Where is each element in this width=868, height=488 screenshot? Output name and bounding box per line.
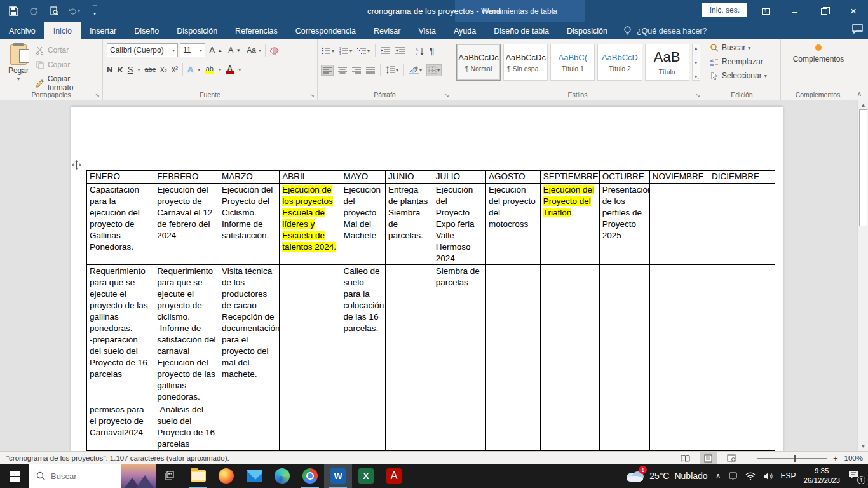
tab-referencias[interactable]: Referencias: [226, 22, 287, 39]
table-cell[interactable]: [280, 265, 341, 403]
table-cell[interactable]: Ejecución del Proyecto del Ciclismo. Inf…: [219, 184, 279, 265]
dialog-launcher-icon[interactable]: ↘: [309, 92, 315, 98]
month-header-julio[interactable]: JULIO: [433, 171, 485, 184]
borders-button[interactable]: ▾: [427, 65, 441, 76]
month-header-febrero[interactable]: FEBRERO: [154, 171, 219, 184]
table-cell[interactable]: [540, 265, 599, 403]
table-cell[interactable]: Requerimiento para que se ejecute el pro…: [154, 265, 219, 403]
strikethrough-button[interactable]: abc: [144, 65, 156, 73]
taskbar-pdf-icon[interactable]: A: [380, 464, 408, 488]
table-cell[interactable]: [486, 265, 541, 403]
document-page[interactable]: ENEROFEBREROMARZOABRILMAYOJUNIOJULIOAGOS…: [71, 107, 783, 451]
align-right-button[interactable]: [352, 67, 361, 74]
month-header-octubre[interactable]: OCTUBRE: [599, 171, 649, 184]
clock[interactable]: 9:35 26/12/2023: [803, 466, 840, 485]
table-cell[interactable]: Ejecución de los proyectos Escuela de lí…: [280, 184, 341, 265]
table-cell[interactable]: Capacitación para la ejecución del proye…: [87, 184, 154, 265]
zoom-slider[interactable]: [757, 458, 827, 459]
ribbon-display-options-button[interactable]: [751, 0, 780, 22]
style-titulo-1[interactable]: AaBbC( Título 1: [550, 44, 595, 81]
table-cell[interactable]: Visita técnica de los productores de cac…: [219, 265, 279, 403]
table-cell[interactable]: Siembra de parcelas: [433, 265, 485, 403]
month-header-mayo[interactable]: MAYO: [341, 171, 385, 184]
taskbar-chrome-icon[interactable]: [296, 464, 324, 488]
read-mode-icon[interactable]: [677, 452, 694, 464]
customize-qat-icon[interactable]: ▔▾: [89, 6, 100, 17]
change-case-button[interactable]: Aa▾: [245, 45, 263, 55]
language-indicator[interactable]: ESP: [780, 471, 796, 480]
sort-button[interactable]: AZ: [416, 47, 424, 55]
grow-font-button[interactable]: A▲: [207, 44, 224, 56]
font-family-combo[interactable]: Calibri (Cuerpo)▾: [107, 43, 178, 57]
zoom-slider-thumb[interactable]: [794, 455, 796, 462]
taskbar-edge-icon[interactable]: [268, 464, 296, 488]
tab-diseno[interactable]: Diseño: [125, 22, 168, 39]
text-effects-menu-icon[interactable]: ▾: [198, 67, 200, 72]
tab-inicio[interactable]: Inicio: [44, 22, 81, 39]
font-size-combo[interactable]: 11▾: [180, 43, 205, 57]
font-color-menu-icon[interactable]: ▾: [238, 67, 241, 72]
month-header-abril[interactable]: ABRIL: [280, 171, 341, 184]
dialog-launcher-icon[interactable]: ↘: [444, 92, 449, 98]
table-cell[interactable]: Ejecución del proyecto Mal del Machete: [341, 184, 385, 265]
month-header-junio[interactable]: JUNIO: [385, 171, 433, 184]
bold-button[interactable]: N: [107, 65, 112, 74]
feedback-icon[interactable]: [852, 24, 863, 36]
zoom-level[interactable]: 100%: [844, 454, 863, 462]
taskbar-search[interactable]: [29, 464, 156, 488]
tab-insertar[interactable]: Insertar: [81, 22, 125, 39]
minimize-button[interactable]: –: [780, 0, 810, 22]
dialog-launcher-icon[interactable]: ↘: [95, 92, 100, 98]
tab-correspondencia[interactable]: Correspondencia: [287, 22, 365, 39]
month-header-noviembre[interactable]: NOVIEMBRE: [649, 171, 709, 184]
increase-indent-button[interactable]: [395, 47, 405, 55]
month-header-agosto[interactable]: AGOSTO: [486, 171, 541, 184]
table-cell[interactable]: [599, 265, 649, 403]
taskbar-firefox-icon[interactable]: [212, 464, 240, 488]
style-titulo[interactable]: AaB Título: [645, 44, 689, 81]
tab-archivo[interactable]: Archivo: [0, 22, 44, 39]
text-effects-button[interactable]: A: [187, 65, 193, 74]
align-center-button[interactable]: [338, 67, 347, 74]
search-highlight-image[interactable]: [121, 464, 156, 488]
bullets-button[interactable]: ▾: [322, 47, 334, 55]
paste-button[interactable]: Pegar ▾: [4, 43, 33, 88]
shrink-font-button[interactable]: A▼: [226, 45, 243, 55]
scroll-down-icon[interactable]: ▼: [694, 60, 698, 65]
styles-gallery-scroll[interactable]: ▲ ▼ ▼̱: [692, 44, 700, 81]
table-cell[interactable]: [649, 403, 709, 451]
table-cell[interactable]: Entrega de plantas Siembra de parcelas.: [385, 184, 433, 265]
print-preview-icon[interactable]: [48, 6, 60, 17]
print-layout-icon[interactable]: [700, 452, 717, 464]
table-cell[interactable]: [649, 265, 709, 403]
tab-diseno-de-tabla[interactable]: Diseño de tabla: [485, 22, 558, 39]
month-header-septiembre[interactable]: SEPTIEMBRE: [540, 171, 599, 184]
tray-chevron-icon[interactable]: ∧: [715, 471, 721, 480]
zoom-in-button[interactable]: +: [833, 454, 838, 463]
month-header-diciembre[interactable]: DICIEMBRE: [709, 171, 775, 184]
highlight-button[interactable]: ab: [205, 65, 214, 74]
select-button[interactable]: Seleccionar▾: [707, 70, 778, 81]
task-view-button[interactable]: [156, 464, 184, 488]
taskbar-excel-icon[interactable]: X: [352, 464, 380, 488]
scrollbar-thumb[interactable]: [859, 109, 867, 226]
underline-button[interactable]: S: [128, 65, 133, 74]
multilevel-list-button[interactable]: ▾: [357, 47, 370, 55]
table-cell[interactable]: [599, 403, 649, 451]
close-button[interactable]: ×: [839, 0, 868, 22]
show-marks-button[interactable]: ¶: [430, 46, 435, 56]
font-color-button[interactable]: A: [226, 65, 234, 74]
table-cell[interactable]: Ejecución del proyecto del motocross: [486, 184, 541, 265]
save-icon[interactable]: [8, 6, 19, 17]
restore-button[interactable]: [810, 0, 839, 22]
style-sin-espaciado[interactable]: AaBbCcDc ¶ Sin espa...: [503, 44, 548, 81]
tab-disposicion-tabla[interactable]: Disposición: [558, 22, 616, 39]
table-cell[interactable]: [280, 403, 341, 451]
shading-button[interactable]: ▾: [409, 66, 422, 74]
tray-display-icon[interactable]: [728, 472, 738, 480]
table-cell[interactable]: [385, 403, 433, 451]
character-count[interactable]: "cronograma de los proyectos": 1.107 car…: [0, 454, 229, 462]
table-cell[interactable]: Calleo de suelo para la colocación de la…: [341, 265, 385, 403]
table-cell[interactable]: -Análisis del suelo del Proyecto de 16 p…: [154, 403, 219, 451]
table-cell[interactable]: [486, 403, 541, 451]
